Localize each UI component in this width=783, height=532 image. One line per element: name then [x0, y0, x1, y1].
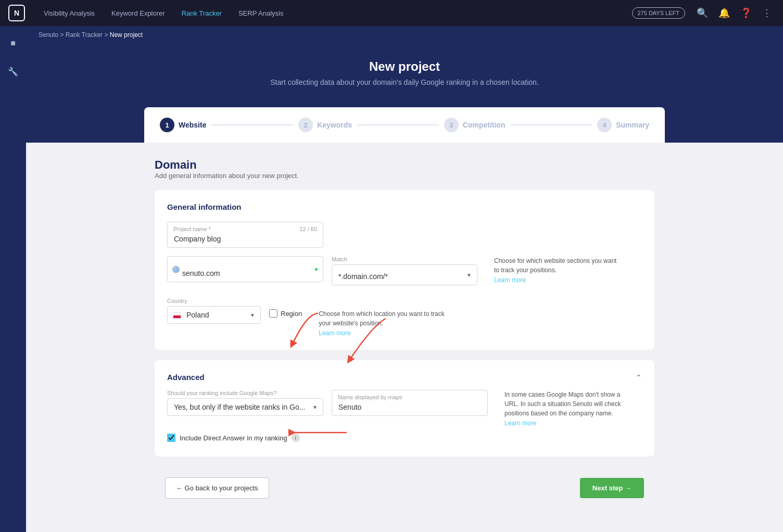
match-helper-text: Choose for which website sections you wa…	[494, 256, 621, 275]
country-select[interactable]: Poland Germany United States	[168, 307, 260, 323]
step-line-1	[211, 124, 293, 125]
char-count: 12 / 60	[299, 226, 317, 232]
domain-title: Domain	[155, 158, 654, 172]
breadcrumb-current: New project	[110, 31, 143, 39]
domain-subtitle: Add general information about your new p…	[155, 172, 654, 180]
step-label-2: Keywords	[317, 121, 352, 129]
direct-answer-label: Include Direct Answer in my ranking	[180, 434, 287, 442]
step-circle-4: 4	[597, 118, 612, 132]
advanced-title: Advanced	[167, 373, 205, 382]
maps-helper: In some cases Google Maps don't show a U…	[496, 390, 632, 427]
nav-keyword[interactable]: Keyword Explorer	[105, 6, 171, 20]
nav-serp[interactable]: SERP Analysis	[232, 6, 289, 20]
general-info-title: General information	[167, 202, 642, 211]
region-col: Region	[269, 309, 302, 318]
red-arrow-3	[289, 425, 352, 446]
top-navigation: N Visibility Analysis Keyword Explorer R…	[0, 0, 783, 26]
match-label: Match	[332, 256, 477, 262]
breadcrumb-senuto[interactable]: Senuto	[39, 31, 58, 39]
general-info-card: General information Project name * 12 / …	[155, 190, 654, 350]
apps-icon[interactable]: ⋮	[759, 4, 775, 22]
maps-name-col: Name displayed by maps	[332, 390, 488, 424]
direct-answer-row: Include Direct Answer in my ranking i	[167, 434, 300, 442]
breadcrumb: Senuto > Rank Tracker > New project	[26, 26, 783, 44]
step-line-2	[357, 124, 439, 125]
match-select-wrapper: *.domain.com/* domain.com/* domain.com ▼	[332, 264, 477, 285]
maps-name-input[interactable]	[332, 390, 488, 416]
match-helper: Choose for which website sections you wa…	[486, 256, 621, 284]
sidebar: ■ 🔧	[0, 26, 26, 532]
sidebar-wrench-icon[interactable]: 🔧	[4, 62, 22, 81]
region-label: Region	[281, 310, 302, 318]
step-label-3: Competition	[463, 121, 506, 129]
advanced-content: Should your ranking include Google Maps?…	[167, 390, 642, 444]
step-circle-1: 1	[160, 118, 174, 132]
next-step-button[interactable]: Next step →	[580, 478, 644, 498]
page-subtitle: Start collecting data about your domain'…	[36, 78, 773, 86]
logo: N	[8, 5, 25, 21]
domain-match-row: Domain or URL * ●	[167, 256, 642, 294]
help-icon[interactable]: ❓	[737, 4, 755, 22]
maps-name-group: Name displayed by maps	[332, 390, 488, 416]
country-col: Country Poland Germany United States	[167, 298, 261, 332]
wizard-step-2: 2 Keywords	[298, 118, 352, 132]
country-select-wrapper: Poland Germany United States ▼	[167, 306, 261, 324]
page-header: New project Start collecting data about …	[26, 44, 783, 107]
region-checkbox[interactable]	[269, 309, 277, 318]
google-maps-row: Should your ranking include Google Maps?…	[167, 390, 642, 427]
wizard-steps: 1 Website 2 Keywords	[160, 118, 649, 132]
step-label-4: Summary	[616, 121, 649, 129]
globe-icon	[172, 265, 181, 273]
main-content: Senuto > Rank Tracker > New project New …	[26, 26, 783, 532]
advanced-toggle: Advanced ⌃	[167, 373, 642, 382]
direct-answer-container: Include Direct Answer in my ranking i	[167, 427, 300, 442]
step-circle-3: 3	[444, 118, 459, 132]
maps-helper-text: In some cases Google Maps don't show a U…	[504, 390, 632, 418]
match-select[interactable]: *.domain.com/* domain.com/* domain.com	[332, 265, 477, 285]
domain-input-wrapper: ●	[167, 256, 323, 282]
project-name-group: Project name * 12 / 60	[167, 222, 323, 248]
breadcrumb-rank-tracker[interactable]: Rank Tracker	[66, 31, 103, 39]
step-circle-2: 2	[298, 118, 313, 132]
search-icon[interactable]: 🔍	[693, 4, 711, 22]
google-maps-label: Should your ranking include Google Maps?	[167, 390, 323, 396]
domain-group: Domain or URL * ●	[167, 256, 323, 282]
domain-input[interactable]	[167, 256, 323, 282]
google-maps-select-wrapper: Yes, but only if the website ranks in Go…	[167, 398, 323, 416]
location-helper: Choose from which location you want to t…	[310, 309, 446, 337]
nav-visibility[interactable]: Visibility Analysis	[37, 6, 101, 20]
wizard-step-4: 4 Summary	[597, 118, 649, 132]
days-left-badge: 275 DAYS LEFT	[632, 7, 686, 19]
bell-icon[interactable]: 🔔	[715, 4, 733, 22]
step-line-3	[510, 124, 592, 125]
country-region-row: Country Poland Germany United States	[167, 298, 642, 337]
country-group: Country Poland Germany United States	[167, 298, 261, 324]
domain-valid-icon: ●	[314, 265, 318, 273]
google-maps-select[interactable]: Yes, but only if the website ranks in Go…	[168, 399, 323, 415]
sidebar-grid-icon[interactable]: ■	[6, 34, 20, 52]
match-col: Match *.domain.com/* domain.com/* domain…	[332, 256, 477, 294]
direct-answer-checkbox[interactable]	[167, 434, 175, 442]
wizard-step-1: 1 Website	[160, 118, 206, 132]
content-area: Domain Add general information about you…	[26, 143, 783, 525]
location-helper-text: Choose from which location you want to t…	[319, 309, 446, 328]
footer-bar: ← Go back to your projects Next step →	[155, 467, 654, 509]
chevron-up-icon[interactable]: ⌃	[636, 373, 642, 382]
step-label-1: Website	[179, 121, 206, 129]
location-learn-more[interactable]: Learn more	[319, 330, 350, 337]
match-learn-more[interactable]: Learn more	[494, 276, 526, 284]
match-group: Match *.domain.com/* domain.com/* domain…	[332, 256, 477, 285]
google-maps-col: Should your ranking include Google Maps?…	[167, 390, 323, 416]
country-label: Country	[167, 298, 261, 304]
maps-learn-more[interactable]: Learn more	[504, 420, 536, 427]
advanced-card: Advanced ⌃ Should your ranking include G…	[155, 360, 654, 457]
domain-col: Domain or URL * ●	[167, 256, 323, 290]
page-title: New project	[36, 59, 773, 74]
wizard-step-3: 3 Competition	[444, 118, 506, 132]
back-button[interactable]: ← Go back to your projects	[165, 477, 269, 499]
nav-rank-tracker[interactable]: Rank Tracker	[175, 6, 228, 20]
domain-header: Domain Add general information about you…	[155, 158, 654, 180]
